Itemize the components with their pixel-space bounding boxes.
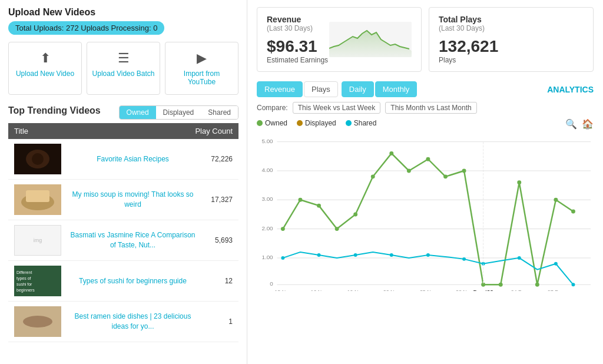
thumbnail — [14, 144, 61, 174]
upload-stats: Total Uploads: 272 Uploads Processing: 0 — [8, 21, 164, 35]
upload-new-label: Upload New Video — [16, 70, 74, 78]
svg-text:4.00: 4.00 — [261, 167, 273, 173]
revenue-sparkline — [329, 22, 412, 57]
svg-point-37 — [317, 204, 321, 208]
legend-owned: Owned — [257, 119, 287, 127]
tab-monthly[interactable]: Monthly — [375, 81, 418, 97]
svg-point-2 — [32, 153, 44, 165]
col-title-header: Title — [14, 127, 185, 135]
svg-point-52 — [281, 256, 284, 260]
compare-label: Compare: — [257, 104, 288, 112]
revenue-sublabel: Estimated Earnings — [267, 56, 328, 64]
svg-text:22 Nov: 22 Nov — [383, 289, 400, 291]
batch-icon: ☰ — [92, 51, 155, 66]
revenue-value: $96.31 — [267, 37, 328, 56]
svg-point-55 — [390, 253, 393, 257]
left-panel: Upload New Videos Total Uploads: 272 Upl… — [0, 0, 247, 364]
tab-plays[interactable]: Plays — [304, 81, 338, 97]
svg-point-49 — [535, 283, 539, 287]
analytics-title: ANALYTICS — [547, 85, 594, 94]
thumbnail: img — [14, 225, 61, 256]
filter-owned[interactable]: Owned — [120, 106, 156, 119]
svg-point-51 — [571, 210, 575, 214]
table-header: Title Play Count — [8, 123, 238, 139]
table-row[interactable]: Best ramen side dishes | 23 delicious id… — [8, 302, 238, 342]
video-title: My miso soup is moving! That looks so we… — [68, 190, 197, 210]
svg-point-56 — [426, 253, 430, 257]
svg-point-53 — [317, 253, 321, 257]
revenue-title: Revenue — [267, 15, 328, 24]
upload-new-video-button[interactable]: ⬆ Upload New Video — [8, 42, 82, 95]
upload-title: Upload New Videos — [8, 7, 238, 18]
svg-text:Different: Different — [16, 270, 32, 274]
top-metrics: Revenue (Last 30 Days) $96.31 Estimated … — [257, 7, 594, 72]
import-youtube-label: Import from YouTube — [184, 70, 220, 86]
svg-point-42 — [407, 169, 411, 173]
import-youtube-button[interactable]: ▶ Import from YouTube — [165, 42, 238, 95]
tab-daily[interactable]: Daily — [342, 81, 374, 97]
svg-text:28 Nov: 28 Nov — [456, 289, 473, 291]
upload-icon: ⬆ — [14, 51, 77, 66]
plays-title: Total Plays — [439, 15, 498, 24]
video-list: Favorite Asian Recipes 72,226 My miso so… — [8, 139, 238, 351]
analytics-chart: 5.00 4.00 3.00 2.00 1.00 0 13 Nov 16 Nov… — [257, 132, 594, 291]
svg-point-45 — [462, 169, 466, 173]
chart-svg: 5.00 4.00 3.00 2.00 1.00 0 13 Nov 16 Nov… — [257, 132, 594, 291]
svg-text:1.00: 1.00 — [261, 254, 273, 260]
svg-point-36 — [299, 198, 303, 202]
svg-text:16 Nov: 16 Nov — [310, 289, 327, 291]
svg-text:13 Nov: 13 Nov — [274, 289, 291, 291]
svg-point-41 — [389, 151, 393, 155]
video-plays: 5,693 — [197, 236, 233, 244]
revenue-period: (Last 30 Days) — [267, 24, 328, 32]
compare-week[interactable]: This Week vs Last Week — [293, 102, 381, 114]
filter-shared[interactable]: Shared — [201, 106, 238, 119]
filter-displayed[interactable]: Displayed — [156, 106, 201, 119]
svg-text:beginners: beginners — [16, 288, 35, 293]
svg-text:0: 0 — [270, 280, 273, 287]
table-row[interactable]: img Basmati vs Jasmine Rice A Comparison… — [8, 220, 238, 261]
legend-shared-label: Shared — [354, 119, 377, 127]
thumbnail — [14, 184, 61, 215]
svg-text:types of: types of — [16, 276, 31, 281]
analytics-header: Revenue Plays Daily Monthly ANALYTICS — [257, 81, 594, 97]
svg-point-38 — [335, 227, 339, 231]
filter-tabs: Owned Displayed Shared — [119, 105, 238, 120]
svg-point-48 — [517, 180, 521, 184]
table-row[interactable]: My miso soup is moving! That looks so we… — [8, 180, 238, 220]
table-row[interactable]: Favorite Asian Recipes 72,226 — [8, 139, 238, 180]
thumbnail — [14, 306, 61, 337]
plays-card: Total Plays (Last 30 Days) 132,621 Plays — [429, 7, 594, 72]
compare-month[interactable]: This Month vs Last Month — [385, 102, 476, 114]
upload-batch-label: Upload Video Batch — [92, 70, 155, 78]
video-title: Types of sushi for beginners guide — [68, 276, 197, 286]
svg-point-61 — [572, 283, 575, 286]
col-plays-header: Play Count — [185, 127, 233, 135]
svg-point-54 — [354, 253, 357, 257]
legend-shared: Shared — [346, 119, 377, 127]
chart-search-button[interactable]: 🔍 — [565, 118, 577, 130]
legend-owned-label: Owned — [265, 119, 287, 127]
svg-text:19 Nov: 19 Nov — [347, 289, 365, 291]
svg-text:3.00: 3.00 — [261, 196, 273, 202]
svg-text:2.00: 2.00 — [261, 225, 273, 231]
svg-point-35 — [281, 227, 285, 231]
chart-home-button[interactable]: 🏠 — [582, 118, 594, 130]
upload-batch-button[interactable]: ☰ Upload Video Batch — [87, 42, 160, 95]
thumbnail: Differenttypes ofsushi forbeginners — [14, 266, 61, 296]
video-plays: 1 — [197, 317, 233, 326]
legend-displayed: Displayed — [297, 119, 336, 127]
plays-value: 132,621 — [439, 37, 498, 56]
svg-point-59 — [518, 256, 521, 260]
table-row[interactable]: Differenttypes ofsushi forbeginners Type… — [8, 261, 238, 302]
video-title: Basmati vs Jasmine Rice A Comparison of … — [68, 230, 197, 250]
svg-point-39 — [353, 212, 357, 216]
upload-buttons: ⬆ Upload New Video ☰ Upload Video Batch … — [8, 42, 238, 95]
video-plays: 72,226 — [197, 155, 233, 163]
video-plays: 12 — [197, 277, 233, 285]
svg-text:5.00: 5.00 — [261, 138, 273, 144]
svg-point-60 — [554, 262, 558, 266]
video-plays: 17,327 — [197, 196, 233, 204]
tab-revenue[interactable]: Revenue — [257, 81, 303, 97]
compare-bar: Compare: This Week vs Last Week This Mon… — [257, 102, 594, 114]
